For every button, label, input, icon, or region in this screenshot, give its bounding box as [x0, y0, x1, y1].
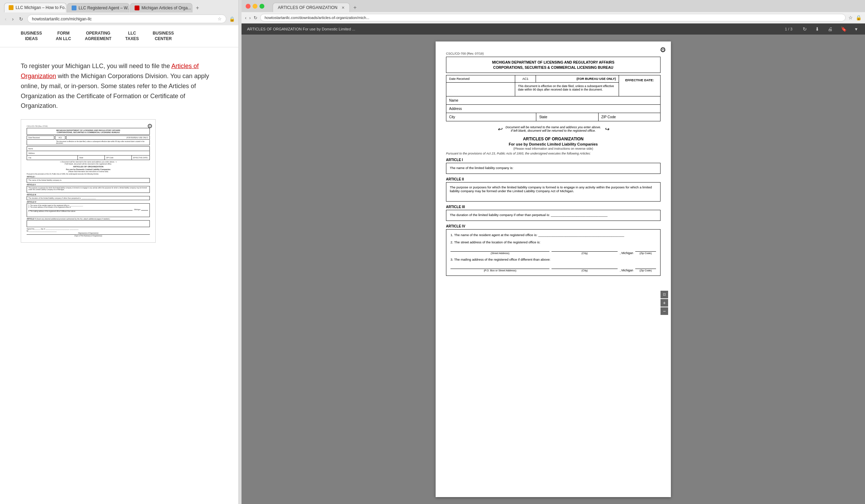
- zoom-in-button[interactable]: +: [661, 299, 668, 307]
- left-content: To register your Michigan LLC, you will …: [0, 47, 238, 504]
- bookmark-icon[interactable]: ☆: [218, 16, 222, 21]
- maximize-window-button[interactable]: [260, 4, 264, 9]
- zip3-sublabel: (Zip Code): [635, 269, 656, 272]
- tab-favicon-3: [135, 6, 139, 10]
- pdf-bookmark-button[interactable]: 🔖: [839, 26, 849, 32]
- article-2-section: ARTICLE II The purpose or purposes for w…: [446, 177, 661, 202]
- pdf-city-field[interactable]: City: [446, 113, 536, 121]
- city3-group: (City): [552, 263, 618, 272]
- pdf-aoo-title: ARTICLES OF ORGANIZATION: [446, 137, 661, 141]
- mini-form: CSCL/CD-700 (Rev. 07/19) MICHIGAN DEPART…: [27, 125, 150, 237]
- address-url: howtostartanllc.com/michigan-llc: [32, 17, 92, 21]
- zip3-line[interactable]: [635, 263, 656, 269]
- michigan-label2: , Michigan: [620, 269, 633, 272]
- zip2-line[interactable]: [635, 246, 656, 252]
- tab-3[interactable]: Michigan Articles of Orga... ✕: [130, 3, 192, 12]
- forward-button[interactable]: ›: [11, 16, 15, 22]
- article-4-street-row: (Street Address) (City) , Michigan (Zip …: [450, 246, 656, 255]
- preview-gear-icon[interactable]: ⚙: [147, 122, 153, 130]
- refresh-button[interactable]: ↻: [18, 16, 25, 22]
- zoom-controls: ⊡ + −: [661, 291, 668, 315]
- article-1-box[interactable]: The name of the limited liability compan…: [446, 163, 661, 174]
- security-icon: 🔒: [229, 16, 235, 22]
- michigan-label1: , Michigan: [620, 251, 633, 255]
- form-preview: ⚙ CSCL/CD-700 (Rev. 07/19) MICHIGAN DEPA…: [21, 119, 156, 243]
- left-browser-chrome: LLC Michigan – How to Fo... ✕ LLC Regist…: [0, 0, 238, 12]
- po-box-line[interactable]: [450, 263, 549, 269]
- pdf-address-field[interactable]: Address: [446, 105, 661, 113]
- zip3-group: (Zip Code): [635, 263, 656, 272]
- pdf-meta-area: Date Received AC1 (FOR BUREAU USE ONLY) …: [446, 75, 661, 96]
- tab-2[interactable]: LLC Registered Agent – W... ✕: [67, 3, 129, 12]
- pdf-more-button[interactable]: ▾: [853, 26, 859, 32]
- pdf-download-button[interactable]: ⬇: [813, 26, 821, 32]
- pdf-content: ⚙ CSCL/CD-700 (Rev. 07/19) MICHIGAN DEPA…: [242, 35, 865, 504]
- right-back-button[interactable]: ‹: [245, 15, 246, 20]
- tab-3-label: Michigan Articles of Orga...: [142, 6, 191, 10]
- right-forward-button[interactable]: ›: [249, 15, 251, 20]
- tab-favicon-1: [9, 5, 13, 10]
- article-4-box: 1. The name of the resident agent at the…: [446, 229, 661, 276]
- intro-before: To register your Michigan LLC, you will …: [21, 63, 171, 69]
- nav-business-ideas[interactable]: BUSINESSIDEAS: [14, 25, 49, 47]
- article-3-label: ARTICLE III: [446, 205, 661, 209]
- new-tab-button[interactable]: +: [193, 3, 202, 12]
- pdf-aoo-note: (Please read information and instruction…: [446, 147, 661, 150]
- left-browser: LLC Michigan – How to Fo... ✕ LLC Regist…: [0, 0, 239, 504]
- article-4-item2: 2. The street address of the location of…: [450, 240, 656, 244]
- city3-sublabel: (City): [552, 269, 618, 272]
- pdf-date-blank: [446, 83, 515, 96]
- address-bar[interactable]: howtostartanllc.com/michigan-llc ☆: [27, 15, 226, 23]
- article-2-box[interactable]: The purpose or purposes for which the li…: [446, 182, 661, 202]
- pdf-pursuant: Pursuant to the provisions of Act 23, Pu…: [446, 152, 661, 155]
- right-refresh-button[interactable]: ↻: [254, 15, 257, 20]
- right-tab-1[interactable]: ARTICLES OF ORGANIZATION ✕: [273, 3, 350, 12]
- nav-business-ideas-label: BUSINESSIDEAS: [21, 31, 42, 41]
- article-4-label: ARTICLE IV: [446, 224, 661, 228]
- minimize-window-button[interactable]: [253, 4, 257, 9]
- window-controls: [242, 0, 268, 12]
- nav-business-center[interactable]: BUSINESSCENTER: [146, 25, 181, 47]
- right-address-bar[interactable]: howtostartanllc.com/downloads/articles-o…: [260, 14, 846, 21]
- site-nav: BUSINESSIDEAS FORMAN LLC OPERATINGAGREEM…: [0, 25, 238, 47]
- pdf-city-row: City State ZIP Code: [446, 113, 661, 121]
- right-window-chrome: ARTICLES OF ORGANIZATION ✕ +: [242, 0, 865, 12]
- nav-form-llc[interactable]: FORMAN LLC: [49, 25, 78, 47]
- article-3-box[interactable]: The duration of the limited liability co…: [446, 210, 661, 221]
- right-tab-bar: ARTICLES OF ORGANIZATION ✕ +: [268, 0, 865, 12]
- pdf-meta-row2: This document is effective on the date f…: [446, 83, 619, 96]
- article-4-mailing-row: (P.O. Box or Street Address) (City) , Mi…: [450, 263, 656, 272]
- back-button[interactable]: ‹: [3, 16, 8, 22]
- close-window-button[interactable]: [246, 4, 251, 9]
- fit-to-page-button[interactable]: ⊡: [661, 291, 668, 298]
- intro-paragraph: To register your Michigan LLC, you will …: [21, 61, 218, 111]
- pdf-ac1-label: AC1: [515, 75, 536, 83]
- pdf-gear-icon[interactable]: ⚙: [660, 46, 666, 54]
- pdf-state-field[interactable]: State: [536, 113, 598, 121]
- city2-line[interactable]: [552, 246, 618, 252]
- city3-line[interactable]: [552, 263, 618, 269]
- left-arrow-icon: ↩: [498, 126, 502, 132]
- nav-operating-agreement[interactable]: OPERATINGAGREEMENT: [78, 25, 118, 47]
- po-box-group: (P.O. Box or Street Address): [450, 263, 549, 272]
- right-arrow-icon: ↪: [604, 126, 609, 132]
- pdf-aoo-subtitle: For use by Domestic Limited Liability Co…: [446, 142, 661, 146]
- article-4-item1: 1. The name of the resident agent at the…: [450, 233, 656, 237]
- right-security-icon: 🔒: [856, 15, 862, 20]
- city2-group: (City): [552, 246, 618, 255]
- pdf-zip-field[interactable]: ZIP Code: [599, 113, 661, 121]
- tab-1[interactable]: LLC Michigan – How to Fo... ✕: [4, 3, 66, 12]
- pdf-print-button[interactable]: 🖨: [826, 26, 835, 32]
- right-browser: ARTICLES OF ORGANIZATION ✕ + ‹ › ↻ howto…: [242, 0, 865, 504]
- zip2-group: (Zip Code): [635, 246, 656, 255]
- nav-llc-taxes[interactable]: LLCTAXES: [118, 25, 146, 47]
- article-2-label: ARTICLE II: [446, 177, 661, 181]
- right-tab-close[interactable]: ✕: [342, 6, 345, 10]
- pdf-refresh-button[interactable]: ↻: [801, 26, 809, 32]
- street-address-line[interactable]: [450, 246, 549, 252]
- right-bookmark-icon[interactable]: ☆: [848, 15, 853, 20]
- zoom-out-button[interactable]: −: [661, 307, 668, 315]
- city2-sublabel: (City): [552, 252, 618, 255]
- right-new-tab-button[interactable]: +: [350, 3, 359, 12]
- pdf-name-field[interactable]: Name: [446, 96, 661, 105]
